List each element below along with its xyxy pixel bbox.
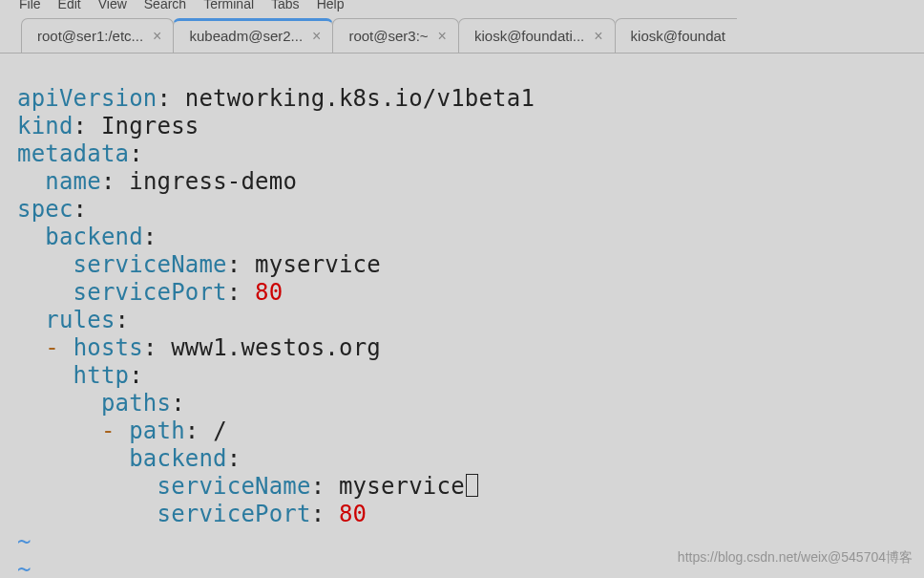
yaml-value: / (213, 417, 227, 444)
tab-label: root@ser1:/etc... (37, 28, 143, 44)
tab-label: kiosk@foundati... (474, 28, 584, 44)
yaml-number: 80 (339, 501, 367, 527)
yaml-key: paths (101, 390, 171, 417)
menu-file[interactable]: File (19, 0, 41, 11)
yaml-key: name (45, 168, 101, 195)
yaml-key: serviceName (74, 251, 227, 278)
tab-foundation-2[interactable]: kiosk@foundat (615, 18, 737, 53)
tab-foundation-1[interactable]: kiosk@foundati... × (458, 18, 616, 53)
yaml-value: networking.k8s.io/v1beta1 (185, 85, 535, 112)
menu-edit[interactable]: Edit (58, 0, 81, 11)
yaml-value: ingress-demo (129, 168, 297, 195)
yaml-value: Ingress (101, 113, 200, 139)
yaml-key: rules (45, 307, 115, 333)
yaml-key: backend (129, 445, 227, 472)
tab-ser3[interactable]: root@ser3:~ × (332, 18, 459, 53)
yaml-key: path (129, 417, 185, 444)
yaml-value: myservice (339, 473, 465, 500)
yaml-dash: - (45, 334, 59, 361)
menu-tabs[interactable]: Tabs (271, 0, 300, 11)
tab-ser2[interactable]: kubeadm@ser2... × (173, 18, 333, 53)
tab-label: kubeadm@ser2... (189, 28, 303, 44)
yaml-dash: - (101, 417, 116, 444)
tab-label: root@ser3:~ (348, 28, 428, 44)
yaml-key: http (74, 362, 130, 389)
yaml-key: servicePort (74, 279, 227, 306)
yaml-key: spec (17, 196, 74, 223)
yaml-value: myservice (255, 251, 381, 278)
editor-pane[interactable]: apiVersion: networking.k8s.io/v1beta1 ki… (0, 54, 924, 578)
text-cursor (466, 474, 478, 497)
yaml-key: servicePort (158, 501, 311, 527)
menu-search[interactable]: Search (144, 0, 186, 11)
yaml-key: metadata (17, 140, 129, 167)
tab-label: kiosk@foundat (631, 28, 725, 44)
yaml-value: www1.westos.org (171, 334, 381, 361)
close-icon[interactable]: × (312, 29, 321, 44)
yaml-key: serviceName (158, 473, 311, 500)
menubar: File Edit View Search Terminal Tabs Help (0, 0, 924, 8)
tabs-row: root@ser1:/etc... × kubeadm@ser2... × ro… (0, 8, 924, 54)
yaml-key: apiVersion (17, 85, 158, 112)
menu-terminal[interactable]: Terminal (203, 0, 254, 11)
watermark: https://blog.csdn.net/weix@545704博客 (678, 549, 913, 567)
yaml-key: hosts (74, 334, 143, 361)
yaml-key: backend (45, 224, 143, 250)
yaml-key: kind (17, 113, 74, 139)
close-icon[interactable]: × (438, 29, 447, 44)
vim-tilde: ~ (17, 528, 32, 555)
menu-help[interactable]: Help (317, 0, 345, 11)
menu-view[interactable]: View (98, 0, 127, 11)
close-icon[interactable]: × (594, 29, 602, 44)
yaml-number: 80 (255, 279, 283, 306)
close-icon[interactable]: × (153, 29, 161, 44)
tab-ser1[interactable]: root@ser1:/etc... × (21, 18, 174, 53)
vim-tilde: ~ (17, 556, 32, 578)
